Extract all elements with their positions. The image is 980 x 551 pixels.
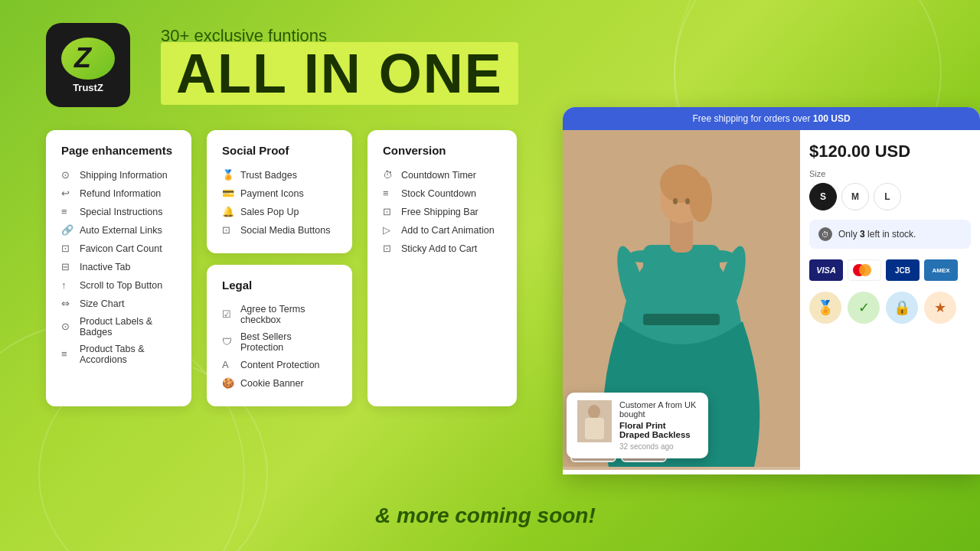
item-label: Product Tabs & Accordions <box>80 344 176 365</box>
item-label: Size Chart <box>80 298 124 309</box>
mastercard <box>848 259 881 281</box>
shipping-bar-text: Free shipping for orders over <box>692 113 810 124</box>
item-label: Social Media Buttons <box>240 225 330 236</box>
content-protection-icon: A <box>222 359 234 371</box>
svg-rect-23 <box>585 418 604 439</box>
popup-product-name: Floral Print Draped Backless <box>619 421 697 439</box>
list-item: A Content Protection <box>222 356 337 374</box>
size-btn-s[interactable]: S <box>809 183 837 210</box>
social-proof-title: Social Proof <box>222 144 337 157</box>
item-label: Trust Badges <box>240 170 297 181</box>
list-item: ▷ Add to Cart Animation <box>383 221 501 240</box>
list-item: ⊟ Inactive Tab <box>61 258 176 276</box>
list-item: ☑ Agree to Terms checkbox <box>222 301 337 328</box>
trust-badge-4: ★ <box>924 292 956 324</box>
size-selector: S M L <box>809 183 971 210</box>
item-label: Sales Pop Up <box>240 207 299 217</box>
item-label: Countdown Timer <box>401 170 476 181</box>
stock-text: Only 3 left in stock. <box>838 229 916 240</box>
list-item: 🔗 Auto External Links <box>61 221 176 240</box>
list-item: 🏅 Trust Badges <box>222 166 337 184</box>
item-label: Scroll to Top Button <box>80 280 162 291</box>
refund-icon: ↩ <box>61 187 74 200</box>
terms-icon: ☑ <box>222 308 234 321</box>
item-label: Payment Icons <box>240 188 304 199</box>
item-label: Refund Information <box>80 188 161 199</box>
amex-card: AMEX <box>924 259 958 281</box>
item-label: Product Labels & Badges <box>80 316 176 337</box>
cookie-icon: 🍪 <box>222 377 234 390</box>
visa-card: VISA <box>809 259 843 281</box>
favicon-icon: ⊡ <box>61 243 74 255</box>
stock-alert-icon: ⏱ <box>818 227 832 241</box>
legal-title: Legal <box>222 279 337 292</box>
trust-badge-2: ✓ <box>848 292 880 324</box>
trust-badges-icon: 🏅 <box>222 169 234 181</box>
svg-text:Z: Z <box>74 44 93 72</box>
popup-time: 32 seconds ago <box>619 442 697 451</box>
external-links-icon: 🔗 <box>61 224 74 236</box>
instructions-icon: ≡ <box>61 206 74 218</box>
list-item: ≡ Stock Countdown <box>383 184 501 203</box>
product-preview: Free shipping for orders over 100 USD <box>563 107 980 474</box>
list-item: ↑ Scroll to Top Button <box>61 276 176 295</box>
item-label: Shipping Information <box>80 170 168 181</box>
size-btn-l[interactable]: L <box>874 183 901 210</box>
trust-badges: 🏅 ✓ 🔒 ★ <box>809 292 971 324</box>
svg-point-13 <box>673 198 678 204</box>
sticky-cart-icon: ⊡ <box>383 243 395 255</box>
item-label: Special Instructions <box>80 207 162 217</box>
popup-customer: Customer A from UK bought <box>619 400 697 419</box>
logo-brand: TrustZ <box>73 82 103 93</box>
countdown-icon: ⏱ <box>383 169 395 181</box>
sales-popup-icon: 🔔 <box>222 206 234 218</box>
list-item: ⊙ Product Labels & Badges <box>61 313 176 341</box>
title-area: 30+ exclusive funtions ALL IN ONE <box>161 26 518 105</box>
item-label: Best Sellers Protection <box>240 331 337 353</box>
item-label: Content Protection <box>240 360 320 370</box>
product-price: $120.00 USD <box>809 142 971 161</box>
product-image-area: Customer A from UK bought Floral Print D… <box>563 130 800 470</box>
payment-icons-icon: 💳 <box>222 187 234 200</box>
stock-alert: ⏱ Only 3 left in stock. <box>809 220 971 249</box>
trust-badge-3: 🔒 <box>886 292 918 324</box>
item-label: Free Shipping Bar <box>401 207 479 217</box>
list-item: 🛡 Best Sellers Protection <box>222 328 337 356</box>
jcb-card: JCB <box>886 259 920 281</box>
svg-point-12 <box>704 250 735 262</box>
svg-point-11 <box>628 250 658 262</box>
stock-count: 3 <box>860 229 865 240</box>
list-item: ⇔ Size Chart <box>61 295 176 313</box>
size-btn-m[interactable]: M <box>841 183 869 210</box>
shipping-bar: Free shipping for orders over 100 USD <box>563 107 980 130</box>
size-chart-icon: ⇔ <box>61 298 74 310</box>
item-label: Cookie Banner <box>240 378 304 389</box>
item-label: Favicon Cart Count <box>80 243 162 254</box>
scroll-icon: ↑ <box>61 279 74 292</box>
list-item: ⊡ Free Shipping Bar <box>383 203 501 221</box>
stock-countdown-icon: ≡ <box>383 187 395 200</box>
list-item: ≡ Special Instructions <box>61 203 176 221</box>
svg-point-7 <box>689 176 712 222</box>
list-item: ⏱ Countdown Timer <box>383 166 501 184</box>
cart-animation-icon: ▷ <box>383 224 395 236</box>
product-info: $120.00 USD Size S M L ⏱ Only 3 left in … <box>800 130 980 470</box>
social-media-icon: ⊡ <box>222 224 234 236</box>
item-label: Auto External Links <box>80 225 162 236</box>
header: Z TrustZ 30+ exclusive funtions ALL IN O… <box>0 0 980 115</box>
trust-badge-1: 🏅 <box>809 292 841 324</box>
item-label: Add to Cart Animation <box>401 225 495 236</box>
logo: Z TrustZ <box>46 23 130 107</box>
labels-icon: ⊙ <box>61 321 74 333</box>
social-proof-box: Social Proof 🏅 Trust Badges 💳 Payment Ic… <box>207 130 352 253</box>
conversion-box: Conversion ⏱ Countdown Timer ≡ Stock Cou… <box>368 130 517 406</box>
list-item: ⊡ Favicon Cart Count <box>61 240 176 258</box>
list-item: ⊡ Social Media Buttons <box>222 221 337 240</box>
list-item: 🔔 Sales Pop Up <box>222 203 337 221</box>
shipping-bar-amount: 100 USD <box>813 113 851 124</box>
stock-suffix: left in stock. <box>867 229 916 240</box>
tabs-icon: ≡ <box>61 348 74 360</box>
item-label: Agree to Terms checkbox <box>240 304 337 325</box>
item-label: Stock Countdown <box>401 188 476 199</box>
svg-point-22 <box>588 405 600 419</box>
